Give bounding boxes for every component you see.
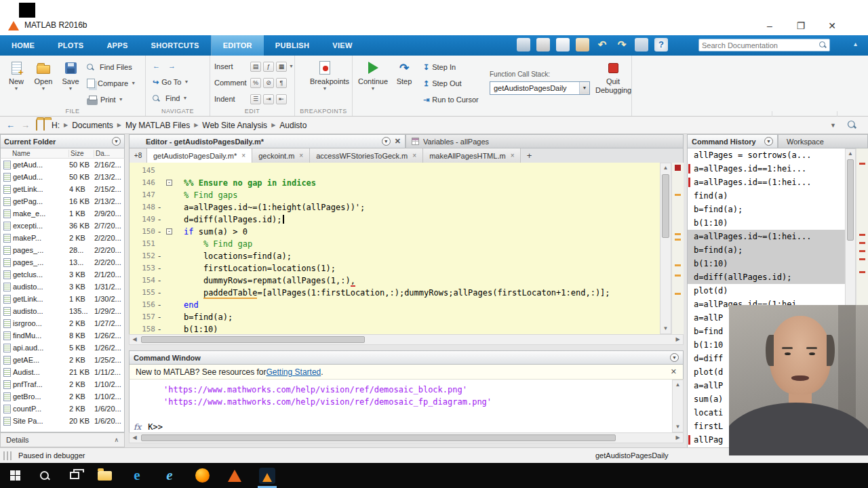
ribbon-tab-plots[interactable]: PLOTS (46, 35, 95, 56)
error-indicator-icon[interactable] (675, 165, 681, 171)
wrap-comment-icon[interactable]: ¶ (276, 78, 287, 88)
command-window-header[interactable]: Command Window ▼ (129, 350, 684, 365)
compare-button[interactable]: Compare▼ (87, 76, 136, 91)
history-item[interactable]: b(1:10) (688, 257, 845, 270)
uncomment-icon[interactable]: ⊘ (263, 78, 274, 88)
step-button[interactable]: ↷ Step (392, 58, 416, 86)
code-line[interactable]: 157-b=find(a); (130, 311, 660, 323)
code-editor[interactable]: 145146-%% Ensure no gap in indices147% F… (129, 163, 660, 334)
breakpoint-margin[interactable]: - (155, 311, 163, 323)
navigate-back-button[interactable]: ← → (153, 58, 176, 73)
breadcrumb-item[interactable]: H: (52, 121, 60, 130)
breakpoint-margin[interactable]: - (155, 201, 163, 214)
code-line[interactable]: 151 % Find gap (130, 238, 660, 250)
smart-indent-icon[interactable]: ☰ (250, 94, 261, 104)
find-button[interactable]: Find▼ (153, 91, 187, 106)
ribbon-tab-publish[interactable]: PUBLISH (264, 35, 321, 56)
panel-menu-icon[interactable]: ▼ (112, 137, 121, 146)
history-item[interactable]: a=allPages.id~=(1:hei... (688, 230, 845, 243)
save-icon[interactable] (517, 38, 530, 52)
paste-icon[interactable] (576, 38, 589, 52)
file-row[interactable]: Audist...21 KB1/11/2... (1, 366, 124, 378)
new-tab-button[interactable]: + (521, 148, 537, 163)
find-files-button[interactable]: Find Files (87, 60, 132, 75)
history-annotation-tick[interactable] (859, 271, 865, 273)
history-annotation-tick[interactable] (859, 242, 865, 244)
details-bar[interactable]: Details ∧ (0, 432, 125, 447)
comment-icon[interactable]: % (250, 78, 261, 88)
undo-icon[interactable]: ↶ (595, 38, 609, 52)
switch-windows-icon[interactable] (635, 38, 648, 52)
breadcrumb-item[interactable]: Documents (72, 121, 113, 130)
file-row[interactable]: findMu...8 KB1/26/2... (1, 329, 124, 342)
quit-debugging-button[interactable]: Quit Debugging (595, 58, 631, 95)
file-row[interactable]: getLink...4 KB2/15/2... (1, 183, 124, 195)
copy-icon[interactable] (556, 38, 570, 52)
editor-vertical-scrollbar[interactable]: ▲ ▼ (660, 163, 671, 334)
file-row[interactable]: makeP...2 KB2/2/20... (1, 232, 124, 244)
banner-close-icon[interactable]: ✕ (671, 367, 677, 376)
history-item[interactable]: a=allPages.id==1:hei... (688, 162, 845, 176)
breakpoint-margin[interactable]: - (155, 226, 163, 238)
code-line[interactable]: 148-a=allPages.id~=(1:height(allPages))'… (130, 201, 660, 214)
file-row[interactable]: pages_...28...2/2/20... (1, 244, 124, 256)
code-line[interactable]: 154- dummyRows=repmat(allPages(1,:), (130, 274, 660, 287)
file-row[interactable]: audisto...135...1/29/2... (1, 305, 124, 317)
code-line[interactable]: 146-%% Ensure no gap in indices (130, 177, 660, 189)
code-line[interactable]: 158-b(1:10) (130, 323, 660, 334)
fold-toggle-icon[interactable]: - (166, 180, 172, 186)
file-row[interactable]: getAud...50 KB2/16/2... (1, 159, 124, 171)
command-history-menu-icon[interactable]: ▼ (764, 137, 773, 146)
annotation-tick[interactable] (675, 194, 681, 196)
back-icon[interactable]: ← (6, 120, 15, 130)
ribbon-tab-view[interactable]: VIEW (321, 35, 363, 56)
code-line[interactable]: 152- locations=find(a); (130, 250, 660, 262)
history-item[interactable]: b=find(a); (688, 203, 845, 216)
indent-right-icon[interactable]: ⇥ (263, 94, 274, 104)
cut-icon[interactable] (536, 38, 550, 52)
history-item[interactable]: find(a) (688, 189, 845, 203)
file-row[interactable]: audisto...3 KB1/31/2... (1, 281, 124, 293)
command-window-horizontal-scrollbar[interactable]: ◀ ▶ (129, 432, 684, 443)
file-row[interactable]: getclus...3 KB2/1/20... (1, 268, 124, 281)
history-item[interactable]: b(1:10) (688, 216, 845, 230)
ribbon-tab-shortcuts[interactable]: SHORTCUTS (140, 35, 212, 56)
file-row[interactable]: getAE...2 KB1/25/2... (1, 354, 124, 366)
file-row[interactable]: api.aud...5 KB1/26/2... (1, 342, 124, 354)
task-view-button[interactable] (61, 463, 88, 488)
insert-function-icon[interactable]: ƒ (263, 62, 274, 72)
annotation-tick[interactable] (675, 239, 681, 241)
address-dropdown-icon[interactable]: ▼ (830, 123, 836, 128)
code-line[interactable]: 150--if sum(a) > 0 (130, 226, 660, 238)
column-size[interactable]: Size (69, 150, 94, 157)
breakpoint-margin[interactable]: - (155, 262, 163, 274)
function-call-stack-dropdown[interactable]: getAudistoPagesDaily ▼ (490, 81, 590, 95)
file-row[interactable]: excepti...36 KB2/7/20... (1, 220, 124, 232)
code-line[interactable]: 156-end (130, 299, 660, 311)
breakpoints-button[interactable]: Breakpoints▼ (310, 58, 340, 92)
close-tab-icon[interactable]: × (299, 152, 303, 159)
command-history-header[interactable]: Command History ▼ (687, 134, 778, 148)
history-item[interactable]: b=find(a); (688, 243, 845, 257)
breakpoint-margin[interactable]: - (155, 299, 163, 311)
annotation-tick[interactable] (675, 233, 681, 235)
getting-started-link[interactable]: Getting Started (267, 367, 321, 377)
ribbon-tab-editor[interactable]: EDITOR (212, 35, 264, 56)
file-row[interactable]: getPag...16 KB2/13/2... (1, 195, 124, 207)
insert-dropdown-icon[interactable]: ▼ (289, 64, 294, 69)
code-line[interactable]: 147% Find gaps (130, 189, 660, 201)
close-tab-icon[interactable]: × (241, 152, 245, 159)
file-explorer-button[interactable] (91, 463, 118, 488)
file-row[interactable]: make_e...1 KB2/9/20... (1, 207, 124, 220)
ribbon-tab-home[interactable]: HOME (0, 35, 46, 56)
column-name[interactable]: Name (1, 150, 69, 157)
breakpoint-margin[interactable]: - (155, 274, 163, 287)
editor-close-icon[interactable]: ✕ (395, 137, 401, 146)
file-row[interactable]: pnfTraf...2 KB1/10/2... (1, 378, 124, 390)
redo-icon[interactable]: ↷ (615, 38, 629, 52)
browse-folder-icon[interactable] (43, 120, 45, 130)
annotation-tick[interactable] (675, 264, 681, 266)
internet-explorer-button[interactable]: e (156, 463, 183, 488)
edge-button[interactable]: e (123, 463, 151, 488)
editor-tab[interactable]: geckoint.m× (252, 148, 310, 163)
